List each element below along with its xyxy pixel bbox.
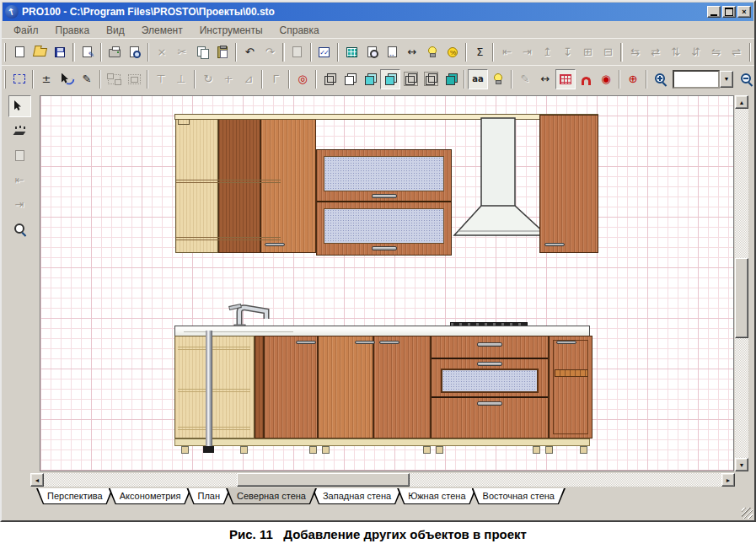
antialias-button[interactable]: aa bbox=[468, 69, 488, 89]
base-cabinet-open-left[interactable] bbox=[174, 336, 255, 439]
cooker-hood[interactable] bbox=[451, 116, 550, 238]
snap-center-button[interactable]: ◉ bbox=[596, 69, 616, 89]
wall-cabinet-right[interactable] bbox=[539, 115, 598, 253]
element-insert-tool-button[interactable] bbox=[8, 120, 31, 142]
new-button[interactable] bbox=[9, 42, 29, 62]
print-button[interactable] bbox=[105, 42, 125, 62]
towel-rail[interactable] bbox=[555, 369, 588, 377]
zoom-in-button[interactable] bbox=[650, 69, 670, 89]
find-element-button[interactable] bbox=[362, 42, 382, 62]
summary-button[interactable]: Σ bbox=[469, 42, 490, 62]
scroll-down-button[interactable]: ▼ bbox=[735, 458, 748, 471]
object-dimensions-button[interactable] bbox=[382, 42, 402, 62]
paste-button[interactable] bbox=[212, 42, 233, 62]
tab-perspective[interactable]: Перспектива bbox=[36, 488, 114, 504]
vertical-scroll-track[interactable] bbox=[735, 109, 748, 458]
wall-cabinet-open-left[interactable] bbox=[175, 115, 218, 253]
measure-button[interactable]: ↔ bbox=[402, 42, 422, 62]
element-check-button[interactable] bbox=[314, 42, 335, 62]
wall-cabinet-door-2[interactable] bbox=[260, 115, 316, 253]
toolbar-handle[interactable] bbox=[4, 43, 6, 62]
toolbar-separator bbox=[619, 70, 620, 89]
plinth-strip[interactable] bbox=[174, 439, 590, 446]
menu-edit[interactable]: Правка bbox=[47, 24, 99, 37]
save-button[interactable] bbox=[50, 42, 70, 62]
copy-button[interactable] bbox=[192, 42, 212, 62]
edit-document-button[interactable] bbox=[78, 42, 98, 62]
vertical-scroll-thumb[interactable] bbox=[735, 258, 748, 338]
view-white-button[interactable] bbox=[340, 69, 360, 89]
view-solid-button[interactable] bbox=[441, 69, 461, 89]
snap-magnet-button[interactable] bbox=[576, 69, 596, 89]
base-door-3[interactable] bbox=[373, 336, 431, 439]
draw-button[interactable]: ✎ bbox=[77, 69, 97, 89]
base-filler-panel[interactable] bbox=[255, 336, 264, 439]
center-view-button[interactable]: ◎ bbox=[292, 69, 313, 89]
print-preview-button[interactable] bbox=[125, 42, 145, 62]
resize-grip[interactable] bbox=[742, 508, 753, 519]
view-outline-button[interactable] bbox=[400, 69, 421, 89]
horizontal-scroll-track[interactable] bbox=[44, 473, 721, 487]
scroll-right-button[interactable]: ► bbox=[721, 473, 735, 487]
tab-north-wall[interactable]: Северная стена bbox=[226, 488, 317, 504]
selection-frame-button[interactable] bbox=[9, 69, 29, 89]
menu-element[interactable]: Элемент bbox=[133, 24, 191, 37]
open-button[interactable] bbox=[29, 42, 50, 62]
toolbar-separator bbox=[72, 43, 74, 62]
wall-cabinet-door-1[interactable] bbox=[218, 115, 260, 253]
base-door-1[interactable] bbox=[264, 336, 318, 439]
undo-button[interactable]: ↶ bbox=[239, 42, 260, 62]
pointer-select-button[interactable] bbox=[56, 69, 77, 89]
oven-drawer-unit[interactable] bbox=[431, 336, 549, 439]
horizontal-scroll-thumb[interactable] bbox=[237, 473, 410, 487]
view-hidden-lines-button[interactable] bbox=[421, 69, 441, 89]
view-textures-button[interactable] bbox=[380, 69, 400, 89]
hint-lamp-button[interactable] bbox=[422, 42, 442, 62]
horizontal-scrollbar[interactable]: ◄ ► bbox=[30, 473, 735, 487]
base-cabinet-right[interactable] bbox=[549, 336, 592, 439]
zoom-level-input[interactable] bbox=[673, 70, 720, 89]
base-door-2[interactable] bbox=[318, 336, 373, 439]
tab-plan[interactable]: План bbox=[186, 488, 231, 504]
combo-dropdown-button[interactable]: ▼ bbox=[720, 71, 733, 88]
align-bottom-icon: ↧ bbox=[563, 46, 572, 57]
menu-file[interactable]: Файл bbox=[5, 24, 47, 37]
tab-axonometry[interactable]: Аксонометрия bbox=[109, 488, 192, 504]
lighting-button[interactable] bbox=[488, 69, 508, 89]
chrome-support-pole[interactable] bbox=[206, 331, 212, 448]
menu-help[interactable]: Справка bbox=[271, 24, 328, 37]
sketch-mode-button: ✎ bbox=[515, 69, 535, 89]
resize-button[interactable]: ± bbox=[36, 69, 56, 89]
crosshair-icon: ⊕ bbox=[629, 73, 638, 84]
price-calc-button[interactable] bbox=[442, 42, 463, 62]
drawing-canvas[interactable] bbox=[40, 95, 734, 471]
vertical-scrollbar[interactable]: ▲ ▼ bbox=[735, 95, 748, 471]
show-grid-button[interactable] bbox=[555, 69, 576, 89]
crosshair-button[interactable]: ⊕ bbox=[623, 69, 643, 89]
title-bar[interactable]: ↑ PRO100 - C:\Program Files\PROSTO\Проек… bbox=[3, 3, 753, 21]
close-button[interactable]: × bbox=[737, 6, 751, 18]
view-wireframe-icon bbox=[324, 73, 336, 85]
pointer-tool-button[interactable] bbox=[8, 95, 31, 117]
zoom-level-combo[interactable]: ▼ bbox=[673, 71, 733, 88]
view-color-button[interactable] bbox=[360, 69, 380, 89]
zoom-tool-button[interactable] bbox=[8, 218, 31, 240]
scroll-up-button[interactable]: ▲ bbox=[735, 95, 748, 109]
maximize-button[interactable] bbox=[722, 6, 736, 18]
menu-tools[interactable]: Инструменты bbox=[191, 24, 271, 37]
toolbar-handle[interactable] bbox=[4, 70, 6, 89]
menu-view[interactable]: Вид bbox=[98, 24, 133, 37]
show-dimensions-button[interactable]: ↔ bbox=[535, 69, 555, 89]
scroll-left-button[interactable]: ◄ bbox=[30, 473, 44, 487]
report-button[interactable] bbox=[341, 42, 362, 62]
zoom-out-button[interactable] bbox=[736, 69, 756, 89]
distribute-right-icon: ⇄ bbox=[651, 46, 660, 57]
view-wireframe-button[interactable] bbox=[319, 69, 340, 89]
ungroup-button bbox=[124, 69, 144, 89]
move-button: + bbox=[218, 69, 239, 89]
tab-east-wall[interactable]: Восточная стена bbox=[472, 488, 566, 504]
tab-west-wall[interactable]: Западная стена bbox=[312, 488, 402, 504]
tab-south-wall[interactable]: Южная стена bbox=[397, 488, 476, 504]
minimize-button[interactable] bbox=[707, 6, 721, 18]
wall-glass-cabinet[interactable] bbox=[316, 149, 452, 256]
